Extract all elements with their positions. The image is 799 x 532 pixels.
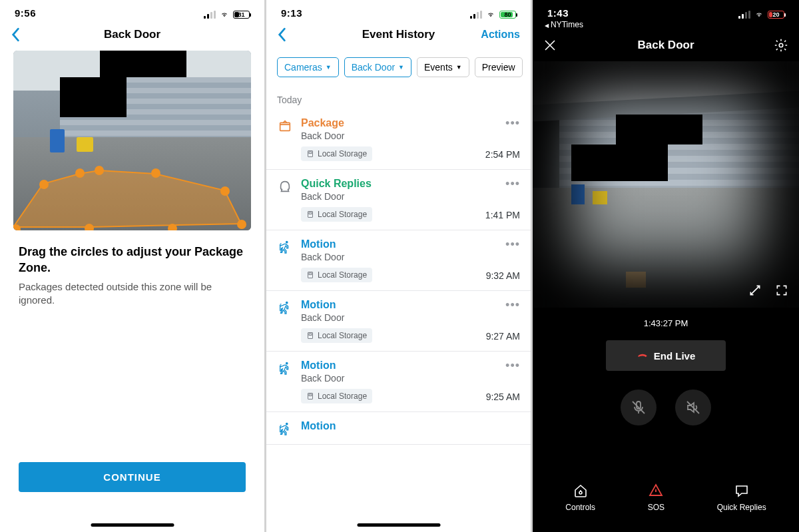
zone-handle[interactable] <box>220 186 230 196</box>
continue-button[interactable]: CONTINUE <box>19 462 246 492</box>
back-button[interactable] <box>277 27 286 42</box>
battery-icon: 80 <box>499 11 516 19</box>
nav-controls[interactable]: Controls <box>565 483 595 512</box>
event-row[interactable]: MotionBack DoorLocal Storage•••9:27 AM <box>266 291 531 352</box>
expand-button[interactable] <box>748 284 762 297</box>
svg-point-16 <box>779 43 783 47</box>
quick-icon <box>277 178 293 222</box>
event-row[interactable]: Quick RepliesBack DoorLocal Storage•••1:… <box>266 170 531 230</box>
nav-quick-replies[interactable]: Quick Replies <box>717 483 766 512</box>
wifi-icon <box>754 11 764 19</box>
zone-handle[interactable] <box>151 168 160 178</box>
event-source: Back Door <box>301 191 477 202</box>
signal-icon <box>204 11 216 19</box>
page-title: Back Door <box>104 28 160 41</box>
live-controls <box>533 390 799 425</box>
event-row[interactable]: MotionBack DoorLocal Storage•••9:32 AM <box>266 230 531 291</box>
zone-handle[interactable] <box>75 168 85 178</box>
event-list[interactable]: PackageBack DoorLocal Storage•••2:54 PMQ… <box>266 109 531 445</box>
screen-live-view: 1:43 20 NYTimes Back Door 1:43:27 PM E <box>533 0 799 532</box>
event-source: Back Door <box>301 131 477 141</box>
event-more-button[interactable]: ••• <box>505 299 520 315</box>
end-live-button[interactable]: End Live <box>606 340 726 371</box>
storage-badge: Local Storage <box>301 389 372 403</box>
svg-point-18 <box>579 491 582 494</box>
event-source: Back Door <box>301 252 478 262</box>
screen-event-history: 9:13 80 Event History Actions Cameras▼ B… <box>266 0 533 532</box>
storage-badge: Local Storage <box>301 207 372 222</box>
filter-cameras[interactable]: Cameras▼ <box>277 57 339 77</box>
zone-handle[interactable] <box>95 166 104 175</box>
event-more-button[interactable]: ••• <box>505 117 520 133</box>
event-time: 9:27 AM <box>486 315 520 342</box>
event-time: 9:32 AM <box>486 254 520 281</box>
status-bar: 1:43 20 <box>533 0 799 19</box>
svg-rect-8 <box>309 273 312 275</box>
status-time: 1:43 <box>547 7 569 19</box>
status-bar: 9:13 80 <box>266 0 531 19</box>
live-timestamp: 1:43:27 PM <box>533 318 799 328</box>
event-source: Back Door <box>301 373 478 384</box>
svg-point-15 <box>286 423 288 425</box>
event-row[interactable]: MotionBack DoorLocal Storage•••9:25 AM <box>266 352 531 412</box>
svg-rect-14 <box>309 394 312 396</box>
svg-point-12 <box>286 362 288 365</box>
filter-events[interactable]: Events▼ <box>417 57 469 77</box>
filter-bar: Cameras▼ Back Door▼ Events▼ Preview <box>266 51 531 84</box>
signal-icon <box>738 11 750 19</box>
actions-button[interactable]: Actions <box>481 29 520 41</box>
event-title: Motion <box>301 238 478 250</box>
screen-package-zone: 9:56 31 Back Door <box>0 0 266 532</box>
package-icon <box>277 117 293 161</box>
nav-sos[interactable]: SOS <box>648 483 665 512</box>
svg-marker-0 <box>13 170 241 227</box>
event-row[interactable]: PackageBack DoorLocal Storage•••2:54 PM <box>266 109 531 170</box>
event-time: 1:41 PM <box>485 194 520 220</box>
filter-preview[interactable]: Preview <box>475 57 523 77</box>
camera-preview[interactable] <box>13 51 251 230</box>
instruction-subtext: Packages detected outside this zone will… <box>0 280 264 308</box>
event-title: Package <box>301 117 477 129</box>
redaction <box>100 51 186 77</box>
mic-mute-button[interactable] <box>621 390 657 425</box>
event-title: Motion <box>301 360 478 372</box>
zone-handle[interactable] <box>39 180 49 189</box>
svg-rect-3 <box>309 152 312 154</box>
live-camera-view[interactable] <box>533 61 799 308</box>
event-time: 2:54 PM <box>485 133 520 160</box>
package-zone-overlay[interactable] <box>13 157 251 230</box>
motion-icon <box>277 238 293 282</box>
home-indicator[interactable] <box>91 523 174 527</box>
event-time: 9:25 AM <box>486 376 520 402</box>
zone-handle[interactable] <box>85 224 94 230</box>
wifi-icon <box>219 11 230 19</box>
home-indicator[interactable] <box>357 523 440 527</box>
section-label: Today <box>266 84 531 109</box>
battery-icon: 31 <box>233 11 250 19</box>
settings-button[interactable] <box>774 38 788 53</box>
motion-icon <box>277 360 293 403</box>
storage-badge: Local Storage <box>301 328 372 343</box>
back-button[interactable] <box>11 27 20 42</box>
bottom-nav: Controls SOS Quick Replies <box>533 483 799 512</box>
redaction <box>616 115 702 144</box>
zone-handle[interactable] <box>168 224 177 230</box>
event-more-button[interactable]: ••• <box>505 360 520 376</box>
event-title: Quick Replies <box>301 178 477 190</box>
fullscreen-button[interactable] <box>775 284 788 297</box>
nav-bar: Back Door <box>533 29 799 61</box>
zone-handle[interactable] <box>237 220 246 229</box>
back-to-app[interactable]: NYTimes <box>533 19 799 29</box>
speaker-mute-button[interactable] <box>675 390 711 425</box>
close-button[interactable] <box>543 39 557 52</box>
svg-point-9 <box>286 302 288 304</box>
svg-rect-1 <box>280 123 290 131</box>
redaction <box>571 144 668 181</box>
event-row[interactable]: Motion <box>266 412 531 445</box>
status-time: 9:56 <box>15 7 36 19</box>
event-more-button[interactable]: ••• <box>505 238 520 254</box>
nav-bar: Back Door <box>0 19 264 51</box>
filter-camera-selected[interactable]: Back Door▼ <box>344 57 411 77</box>
event-more-button[interactable]: ••• <box>505 178 520 194</box>
battery-icon: 20 <box>768 11 784 19</box>
